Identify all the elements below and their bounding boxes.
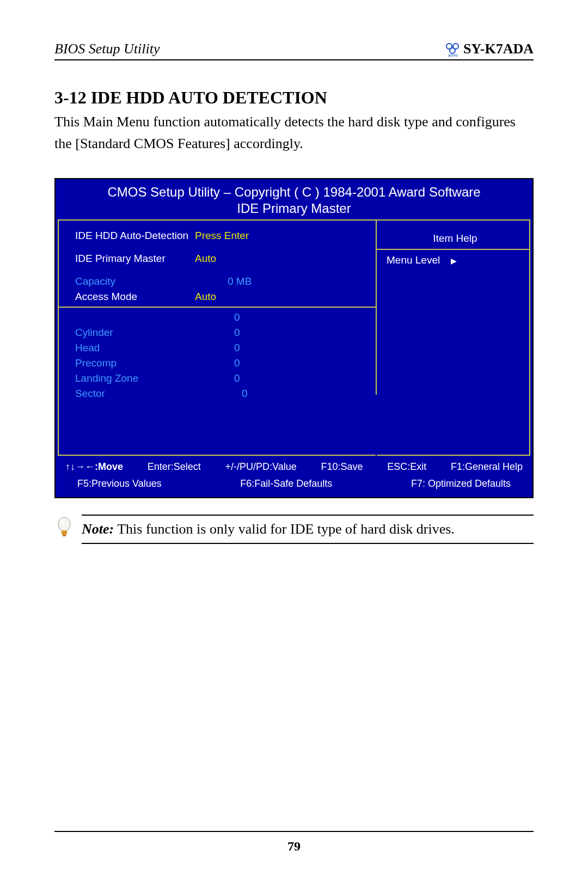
soyo-logo-icon: SOYO <box>445 41 461 57</box>
right-divider <box>377 249 529 250</box>
footer-f7: F7: Optimized Defaults <box>411 478 511 490</box>
cylinder-label: Cylinder <box>75 327 195 339</box>
bios-title: CMOS Setup Utility – Copyright ( C ) 198… <box>56 179 532 201</box>
bios-right-panel: Item Help Menu Level ▶ <box>377 221 529 455</box>
capacity-label: Capacity <box>75 276 195 287</box>
svg-rect-8 <box>63 535 66 536</box>
row-primary-master[interactable]: IDE Primary Master Auto <box>75 251 366 266</box>
footer-move: ↑↓→←:Move <box>65 461 123 473</box>
landing-value: 0 <box>195 372 366 384</box>
section-title: 3-12 IDE HDD AUTO DETECTION <box>54 88 534 108</box>
bios-inner: IDE HDD Auto-Detection Press Enter IDE P… <box>58 219 530 456</box>
left-divider <box>59 307 376 308</box>
svg-text:SOYO: SOYO <box>448 54 458 57</box>
row-access-mode[interactable]: Access Mode Auto <box>75 289 366 304</box>
svg-point-2 <box>450 48 455 53</box>
row-auto-detect[interactable]: IDE HDD Auto-Detection Press Enter <box>75 228 366 243</box>
page-header: BIOS Setup Utility SOYO SY-K7ADA <box>54 41 534 60</box>
precomp-label: Precomp <box>75 357 195 369</box>
footer-f6: F6:Fail-Safe Defaults <box>240 478 332 490</box>
triangle-right-icon: ▶ <box>451 256 457 265</box>
svg-rect-7 <box>62 533 67 534</box>
sector-value: 0 <box>195 388 366 400</box>
auto-detect-label: IDE HDD Auto-Detection <box>75 230 195 242</box>
bios-footer: ↑↓→←:Move Enter:Select +/-/PU/PD:Value F… <box>56 456 532 497</box>
header-right: SOYO SY-K7ADA <box>445 41 534 57</box>
footer-f5: F5:Previous Values <box>77 478 162 490</box>
page-number: 79 <box>0 839 588 854</box>
menu-level-label: Menu Level <box>387 254 440 266</box>
svg-rect-6 <box>62 531 67 532</box>
note-text-container: Note: This function is only valid for ID… <box>82 515 534 544</box>
row-blank: 0 <box>75 310 366 325</box>
footer-f10: F10:Save <box>321 461 363 473</box>
header-left: BIOS Setup Utility <box>54 41 160 57</box>
bios-subtitle: IDE Primary Master <box>56 201 532 219</box>
cylinder-value: 0 <box>195 327 366 339</box>
primary-value: Auto <box>195 253 366 265</box>
primary-label: IDE Primary Master <box>75 253 195 265</box>
footer-esc: ESC:Exit <box>387 461 426 473</box>
footer-rule <box>54 831 534 832</box>
row-landing-zone: Landing Zone 0 <box>75 371 366 386</box>
sector-label: Sector <box>75 388 195 400</box>
footer-value: +/-/PU/PD:Value <box>225 461 296 473</box>
row-capacity: Capacity 0 MB <box>75 274 366 289</box>
access-value: Auto <box>195 291 366 303</box>
bios-screenshot: CMOS Setup Utility – Copyright ( C ) 198… <box>54 178 534 498</box>
capacity-value: 0 MB <box>195 276 366 287</box>
bios-left-panel: IDE HDD Auto-Detection Press Enter IDE P… <box>59 221 377 455</box>
head-value: 0 <box>195 342 366 354</box>
menu-level-row: Menu Level ▶ <box>387 254 524 266</box>
landing-label: Landing Zone <box>75 372 195 384</box>
access-label: Access Mode <box>75 291 195 303</box>
note-label: Note: <box>82 521 114 537</box>
row-head: Head 0 <box>75 340 366 356</box>
row-sector: Sector 0 <box>75 386 366 401</box>
head-label: Head <box>75 342 195 354</box>
lightbulb-icon <box>54 516 74 544</box>
footer-f1: F1:General Help <box>451 461 523 473</box>
item-help-label: Item Help <box>387 233 524 244</box>
footer-enter: Enter:Select <box>148 461 201 473</box>
section-body: This Main Menu function automatically de… <box>54 111 534 155</box>
auto-detect-value: Press Enter <box>195 230 366 242</box>
model-label: SY-K7ADA <box>463 41 534 57</box>
blank-value: 0 <box>195 311 366 323</box>
note-block: Note: This function is only valid for ID… <box>54 515 534 544</box>
precomp-value: 0 <box>195 357 366 369</box>
svg-point-4 <box>58 517 70 531</box>
svg-point-9 <box>60 519 64 525</box>
note-text: This function is only valid for IDE type… <box>114 521 455 537</box>
row-cylinder: Cylinder 0 <box>75 325 366 340</box>
row-precomp: Precomp 0 <box>75 356 366 371</box>
svg-rect-5 <box>62 530 67 535</box>
